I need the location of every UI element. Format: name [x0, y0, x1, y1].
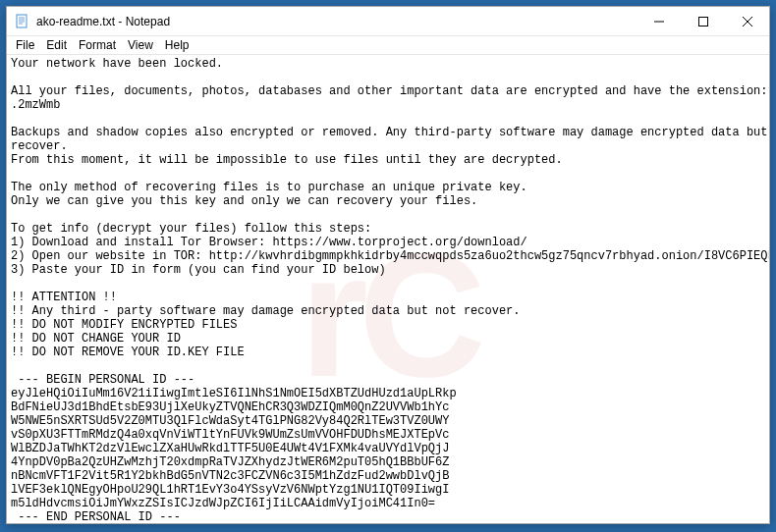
text-line: eyJleHQiOiIuMm16V21iIiwgImtleSI6IlNhS1Nm… — [11, 387, 457, 400]
text-line: .2mzWmb — [11, 98, 60, 112]
text-line: Your network have been locked. — [11, 57, 223, 71]
text-line: The only method of recovering files is t… — [11, 181, 527, 194]
text-line: lVEF3eklQNEgyOHpoU29QL1hRT1EvY3o4YSsyVzV… — [11, 483, 449, 497]
menu-file[interactable]: File — [11, 37, 39, 53]
text-line: vS0pXU3FTTmRMdzQ4a0xqVnViWTltYnFUVk9WUmZ… — [11, 428, 449, 442]
titlebar[interactable]: ako-readme.txt - Notepad — [7, 7, 769, 36]
text-line: --- BEGIN PERSONAL ID --- — [11, 373, 194, 387]
notepad-window: ako-readme.txt - Notepad File Edit Forma… — [6, 6, 770, 524]
text-line: nBNcmVFT1F2Vit5R1Y2bkhBdG5nVTN2c3FCZVN6c… — [11, 469, 449, 483]
text-line: Only we can give you this key and only w… — [11, 194, 477, 208]
text-line: --- END PERSONAL ID --- — [11, 510, 181, 523]
text-line: 2) Open our website in TOR: http://kwvhr… — [11, 249, 769, 263]
menubar: File Edit Format View Help — [7, 36, 769, 55]
menu-edit[interactable]: Edit — [41, 37, 72, 53]
text-line: W5NWE5nSXRTSUd5V2Z0MTU3QlFlcWdaSyt4TGlPN… — [11, 414, 449, 428]
text-line: To get info (decrypt your files) follow … — [11, 222, 371, 236]
text-line: From this moment, it will be impossible … — [11, 153, 563, 167]
minimize-button[interactable] — [637, 7, 681, 35]
text-line: m5ldHdvcmsiOiJmYWxzZSIsICJzdWJpZCI6IjIiL… — [11, 497, 435, 510]
text-line: !! DO NOT MODIFY ENCRYPTED FILES — [11, 318, 237, 332]
text-line: WlBZDJaTWhKT2dzVlEwclZXaHUwRkdlTTF5U0E4U… — [11, 442, 449, 455]
svg-rect-0 — [17, 15, 27, 27]
text-line: recover. — [11, 139, 68, 153]
text-line: 1) Download and install Tor Browser: htt… — [11, 236, 527, 249]
text-line: !! ATTENTION !! — [11, 291, 117, 304]
window-controls — [637, 7, 769, 35]
editor-content[interactable]: rC Your network have been locked. All yo… — [7, 55, 769, 523]
text-area[interactable]: Your network have been locked. All your … — [7, 55, 769, 523]
text-line: 3) Paste your ID in form (you can find y… — [11, 263, 386, 277]
close-button[interactable] — [725, 7, 769, 35]
text-line: Backups and shadow copies also encrypted… — [11, 126, 769, 139]
menu-view[interactable]: View — [123, 37, 158, 53]
svg-rect-6 — [698, 17, 707, 26]
text-line: BdFNieUJ3d1BhdEtsbE93UjlXeUkyZTVQNEhCR3Q… — [11, 400, 449, 414]
text-line: All your files, documents, photos, datab… — [11, 84, 768, 98]
text-line: 4YnpDV0pBa2QzUHZwMzhjT20xdmpRaTVJZXhydzJ… — [11, 455, 449, 469]
maximize-button[interactable] — [681, 7, 725, 35]
text-line: !! DO NOT CHANGE YOUR ID — [11, 332, 181, 346]
window-title: ako-readme.txt - Notepad — [36, 15, 637, 28]
text-line: !! Any third - party software may damage… — [11, 304, 520, 318]
notepad-icon — [15, 14, 30, 29]
text-line: !! DO NOT REMOVE YOUR ID.KEY FILE — [11, 346, 245, 359]
menu-help[interactable]: Help — [160, 37, 194, 53]
menu-format[interactable]: Format — [74, 37, 121, 53]
